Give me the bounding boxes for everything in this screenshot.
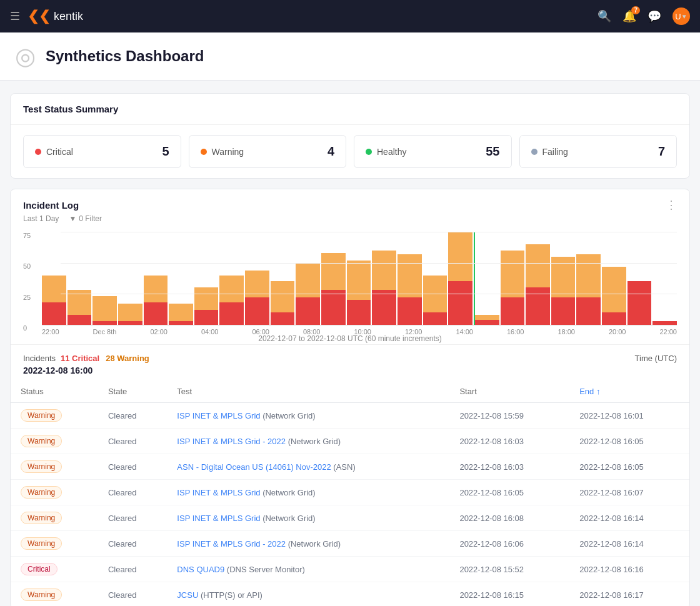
status-badge: Warning	[21, 435, 62, 447]
bar-red	[576, 297, 601, 325]
incident-chart: 75 50 25 0 22:00 Dec 8th 02:00	[11, 226, 689, 344]
cell-end: 2022-12-08 16:14	[569, 531, 689, 557]
status-badge: Warning	[21, 589, 62, 601]
bar-group	[194, 232, 219, 325]
test-link[interactable]: ISP INET & MPLS Grid	[177, 514, 260, 523]
notification-badge: 7	[631, 6, 640, 14]
meta-filter: ▼ 0 Filter	[69, 214, 102, 223]
cell-start: 2022-12-08 16:03	[449, 429, 569, 454]
logo-text: kentik	[54, 10, 83, 23]
avatar-chevron: ▼	[681, 13, 688, 20]
bar-group	[423, 232, 448, 325]
status-badge: Warning	[21, 460, 62, 473]
bar-group	[448, 232, 472, 325]
bar-orange	[448, 232, 472, 281]
incident-log-card: Incident Log ⋮ Last 1 Day ▼ 0 Filter 75 …	[10, 189, 690, 606]
cell-start: 2022-12-08 15:59	[449, 403, 569, 429]
status-badge: Critical	[21, 563, 58, 575]
test-link[interactable]: ISP INET & MPLS Grid - 2022	[177, 437, 286, 446]
bar-orange	[501, 251, 525, 297]
bar-orange	[526, 244, 550, 288]
bar-orange	[271, 281, 295, 312]
bar-group	[245, 232, 269, 325]
bar-red	[296, 297, 320, 325]
test-link[interactable]: ISP INET & MPLS Grid - 2022	[177, 539, 286, 549]
options-icon[interactable]: ⋮	[666, 198, 677, 212]
table-row: Warning Cleared ISP INET & MPLS Grid - 2…	[11, 531, 689, 557]
test-link[interactable]: ISP INET & MPLS Grid	[177, 488, 260, 497]
cell-state: Cleared	[98, 557, 167, 582]
incidents-table-container: Status State Test Start End ↑ Warning Cl…	[11, 380, 689, 606]
warning-dot	[201, 149, 207, 155]
bar-red	[68, 315, 92, 325]
bar-red	[42, 302, 66, 325]
cell-status: Critical	[11, 557, 98, 582]
cell-start: 2022-12-08 16:06	[449, 531, 569, 557]
test-link[interactable]: ISP INET & MPLS Grid	[177, 411, 260, 420]
bar-group	[526, 232, 550, 325]
bar-orange	[118, 304, 142, 321]
bar-group	[169, 232, 193, 325]
test-type: (HTTP(S) or API)	[201, 590, 262, 600]
table-row: Warning Cleared ISP INET & MPLS Grid - 2…	[11, 429, 689, 454]
filter-icon: ▼	[69, 214, 76, 223]
cell-test: DNS QUAD9 (DNS Server Monitor)	[167, 557, 449, 582]
chart-x-labels: 22:00 Dec 8th 02:00 04:00 06:00 08:00 10…	[42, 328, 677, 335]
bar-red	[144, 302, 168, 325]
time-label: Time (UTC)	[635, 354, 677, 363]
bar-red	[245, 297, 269, 325]
warning-label: Warning	[212, 147, 244, 157]
bar-orange	[92, 296, 117, 321]
cell-test: ISP INET & MPLS Grid (Network Grid)	[167, 480, 449, 505]
cell-test: ISP INET & MPLS Grid (Network Grid)	[167, 403, 449, 429]
cell-start: 2022-12-08 16:03	[449, 454, 569, 480]
chart-area: 75 50 25 0 22:00 Dec 8th 02:00	[23, 232, 677, 332]
logo[interactable]: ❮❮ kentik	[28, 8, 83, 24]
notification-icon[interactable]: 🔔 7	[622, 9, 636, 23]
table-row: Critical Cleared DNS QUAD9 (DNS Server M…	[11, 557, 689, 582]
status-summary-card: Test Status Summary Critical 5 Warning 4	[10, 93, 690, 179]
cell-state: Cleared	[98, 429, 167, 454]
cell-end: 2022-12-08 16:05	[569, 454, 689, 480]
status-failing: Failing 7	[519, 135, 678, 168]
col-end[interactable]: End ↑	[569, 380, 689, 403]
status-badge: Warning	[21, 486, 62, 499]
bar-group	[321, 232, 346, 325]
critical-dot	[35, 149, 41, 155]
table-row: Warning Cleared ASN - Digital Ocean US (…	[11, 454, 689, 480]
cell-end: 2022-12-08 16:16	[569, 557, 689, 582]
test-link[interactable]: JCSU	[177, 590, 198, 600]
critical-count-label: 11 Critical	[61, 354, 99, 363]
bar-orange	[194, 287, 219, 310]
bar-group	[118, 232, 142, 325]
table-body: Warning Cleared ISP INET & MPLS Grid (Ne…	[11, 403, 689, 607]
synthetics-icon: ◎	[15, 42, 36, 70]
bar-red	[423, 312, 448, 325]
test-type: (Network Grid)	[262, 514, 316, 523]
search-icon[interactable]: 🔍	[598, 9, 611, 23]
bar-orange	[551, 257, 576, 298]
test-link[interactable]: ASN - Digital Ocean US (14061) Nov-2022	[177, 462, 331, 472]
status-critical: Critical 5	[23, 135, 181, 168]
cell-status: Warning	[11, 480, 98, 505]
header-left: ☰ ❮❮ kentik	[10, 8, 83, 24]
bar-group	[68, 232, 92, 325]
status-badge: Warning	[21, 512, 62, 524]
chart-bars	[42, 232, 677, 325]
incidents-label: Incidents	[23, 354, 56, 363]
hamburger-icon[interactable]: ☰	[10, 9, 20, 23]
critical-label: Critical	[46, 147, 73, 157]
bar-red	[475, 320, 499, 325]
bar-orange	[296, 263, 320, 298]
cell-status: Warning	[11, 505, 98, 531]
chat-icon[interactable]: 💬	[648, 9, 661, 23]
cell-start: 2022-12-08 16:08	[449, 505, 569, 531]
status-warning: Warning 4	[189, 135, 347, 168]
cell-end: 2022-12-08 16:01	[569, 403, 689, 429]
cell-start: 2022-12-08 15:52	[449, 557, 569, 582]
incident-log-title: Incident Log	[23, 200, 79, 211]
test-link[interactable]: DNS QUAD9	[177, 565, 224, 574]
cell-end: 2022-12-08 16:05	[569, 429, 689, 454]
cell-status: Warning	[11, 429, 98, 454]
avatar[interactable]: U ▼	[672, 7, 690, 25]
